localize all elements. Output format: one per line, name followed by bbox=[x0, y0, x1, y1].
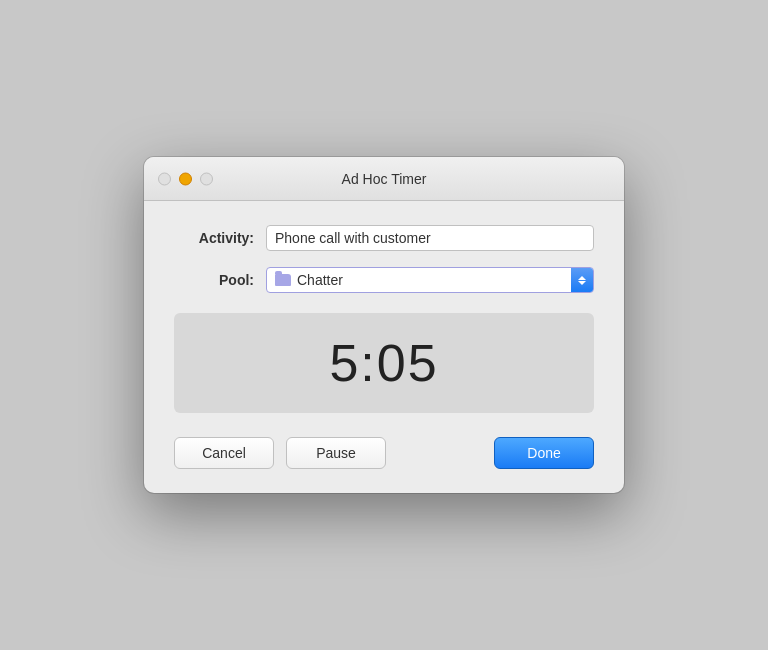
stepper-down-icon bbox=[578, 281, 586, 285]
zoom-button[interactable] bbox=[200, 172, 213, 185]
pause-button[interactable]: Pause bbox=[286, 437, 386, 469]
pool-stepper[interactable] bbox=[571, 268, 593, 292]
close-button[interactable] bbox=[158, 172, 171, 185]
stepper-up-icon bbox=[578, 276, 586, 280]
pool-select-inner: Chatter bbox=[267, 272, 571, 288]
app-window: Ad Hoc Timer Activity: Pool: Chatter 5:0… bbox=[144, 157, 624, 493]
pool-select-container[interactable]: Chatter bbox=[266, 267, 594, 293]
window-title: Ad Hoc Timer bbox=[342, 171, 427, 187]
activity-row: Activity: bbox=[174, 225, 594, 251]
activity-label: Activity: bbox=[174, 230, 254, 246]
activity-input[interactable] bbox=[266, 225, 594, 251]
minimize-button[interactable] bbox=[179, 172, 192, 185]
title-bar: Ad Hoc Timer bbox=[144, 157, 624, 201]
cancel-button[interactable]: Cancel bbox=[174, 437, 274, 469]
pool-value: Chatter bbox=[297, 272, 343, 288]
pool-row: Pool: Chatter bbox=[174, 267, 594, 293]
window-body: Activity: Pool: Chatter 5:05 Cancel Paus… bbox=[144, 201, 624, 493]
done-button[interactable]: Done bbox=[494, 437, 594, 469]
button-row: Cancel Pause Done bbox=[174, 433, 594, 469]
timer-display: 5:05 bbox=[174, 313, 594, 413]
timer-text: 5:05 bbox=[329, 333, 438, 393]
folder-icon bbox=[275, 274, 291, 286]
traffic-lights bbox=[158, 172, 213, 185]
pool-label: Pool: bbox=[174, 272, 254, 288]
